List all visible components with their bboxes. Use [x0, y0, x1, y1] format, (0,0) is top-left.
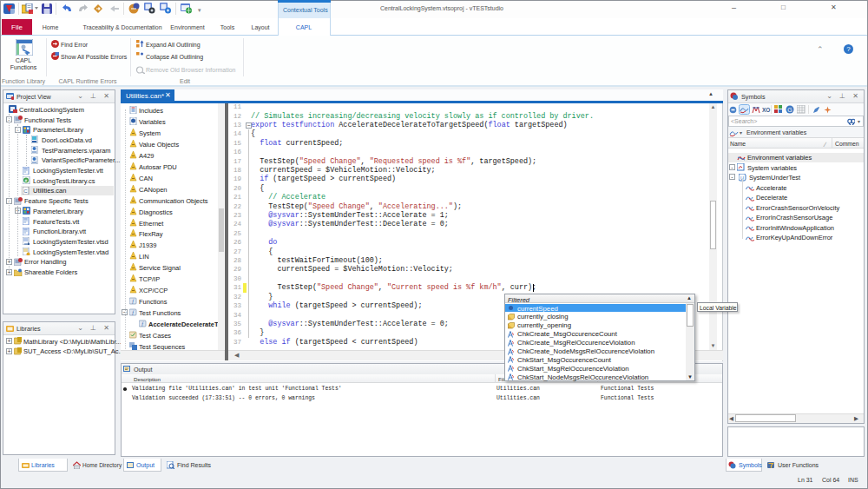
svg-text:G: G — [787, 107, 792, 113]
svg-text:#: # — [25, 178, 28, 183]
svg-text:C: C — [23, 188, 28, 194]
svg-text:?: ? — [846, 45, 851, 53]
